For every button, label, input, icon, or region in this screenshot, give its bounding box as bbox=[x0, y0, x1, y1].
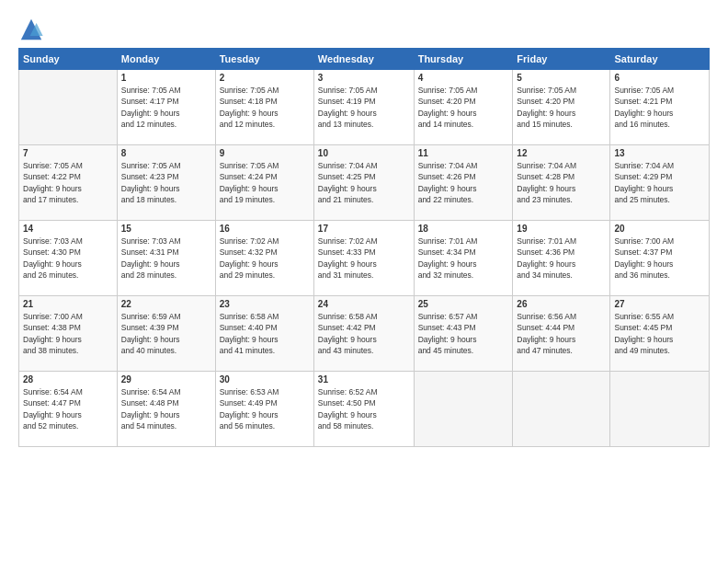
day-info: Sunrise: 7:01 AM Sunset: 4:36 PM Dayligh… bbox=[517, 236, 606, 281]
day-info: Sunrise: 6:57 AM Sunset: 4:43 PM Dayligh… bbox=[418, 311, 509, 356]
day-info: Sunrise: 7:03 AM Sunset: 4:31 PM Dayligh… bbox=[121, 236, 211, 281]
day-cell: 26Sunrise: 6:56 AM Sunset: 4:44 PM Dayli… bbox=[513, 296, 610, 372]
day-cell: 15Sunrise: 7:03 AM Sunset: 4:31 PM Dayli… bbox=[117, 221, 215, 296]
week-row-4: 21Sunrise: 7:00 AM Sunset: 4:38 PM Dayli… bbox=[19, 296, 710, 372]
day-info: Sunrise: 7:01 AM Sunset: 4:34 PM Dayligh… bbox=[418, 236, 509, 281]
day-number: 30 bbox=[220, 374, 310, 385]
day-number: 10 bbox=[318, 148, 410, 158]
day-number: 25 bbox=[418, 299, 509, 309]
day-info: Sunrise: 6:53 AM Sunset: 4:49 PM Dayligh… bbox=[220, 386, 310, 431]
day-number: 14 bbox=[23, 224, 113, 234]
day-cell: 31Sunrise: 6:52 AM Sunset: 4:50 PM Dayli… bbox=[313, 372, 414, 447]
logo bbox=[18, 17, 48, 42]
day-number: 2 bbox=[220, 73, 310, 83]
day-cell: 19Sunrise: 7:01 AM Sunset: 4:36 PM Dayli… bbox=[513, 221, 610, 296]
header-cell-tuesday: Tuesday bbox=[215, 49, 313, 70]
day-cell: 25Sunrise: 6:57 AM Sunset: 4:43 PM Dayli… bbox=[414, 296, 513, 372]
day-info: Sunrise: 7:04 AM Sunset: 4:26 PM Dayligh… bbox=[418, 160, 509, 205]
day-info: Sunrise: 6:56 AM Sunset: 4:44 PM Dayligh… bbox=[517, 311, 606, 356]
day-info: Sunrise: 6:55 AM Sunset: 4:45 PM Dayligh… bbox=[614, 311, 705, 356]
day-info: Sunrise: 7:05 AM Sunset: 4:20 PM Dayligh… bbox=[517, 85, 606, 130]
day-cell: 2Sunrise: 7:05 AM Sunset: 4:18 PM Daylig… bbox=[215, 70, 313, 145]
day-cell: 8Sunrise: 7:05 AM Sunset: 4:23 PM Daylig… bbox=[117, 145, 215, 221]
week-row-3: 14Sunrise: 7:03 AM Sunset: 4:30 PM Dayli… bbox=[19, 221, 710, 296]
day-cell: 17Sunrise: 7:02 AM Sunset: 4:33 PM Dayli… bbox=[313, 221, 414, 296]
day-info: Sunrise: 6:59 AM Sunset: 4:39 PM Dayligh… bbox=[121, 311, 211, 356]
day-info: Sunrise: 7:05 AM Sunset: 4:23 PM Dayligh… bbox=[121, 160, 211, 205]
day-number: 18 bbox=[418, 224, 509, 234]
header-cell-wednesday: Wednesday bbox=[313, 49, 414, 70]
day-number: 31 bbox=[318, 374, 410, 385]
day-number: 27 bbox=[614, 299, 705, 309]
header-row: SundayMondayTuesdayWednesdayThursdayFrid… bbox=[19, 49, 710, 70]
day-number: 20 bbox=[614, 224, 705, 234]
page: SundayMondayTuesdayWednesdayThursdayFrid… bbox=[0, 0, 728, 563]
day-info: Sunrise: 7:03 AM Sunset: 4:30 PM Dayligh… bbox=[23, 236, 113, 281]
day-info: Sunrise: 7:05 AM Sunset: 4:19 PM Dayligh… bbox=[318, 85, 410, 130]
day-info: Sunrise: 7:00 AM Sunset: 4:37 PM Dayligh… bbox=[614, 236, 705, 281]
week-row-5: 28Sunrise: 6:54 AM Sunset: 4:47 PM Dayli… bbox=[19, 372, 710, 447]
day-info: Sunrise: 7:02 AM Sunset: 4:32 PM Dayligh… bbox=[220, 236, 310, 281]
day-cell bbox=[610, 372, 710, 447]
day-cell: 28Sunrise: 6:54 AM Sunset: 4:47 PM Dayli… bbox=[19, 372, 118, 447]
day-info: Sunrise: 7:05 AM Sunset: 4:21 PM Dayligh… bbox=[614, 85, 705, 130]
week-row-1: 1Sunrise: 7:05 AM Sunset: 4:17 PM Daylig… bbox=[19, 70, 710, 145]
day-cell: 11Sunrise: 7:04 AM Sunset: 4:26 PM Dayli… bbox=[414, 145, 513, 221]
day-info: Sunrise: 7:04 AM Sunset: 4:28 PM Dayligh… bbox=[517, 160, 606, 205]
day-number: 28 bbox=[23, 374, 113, 385]
day-info: Sunrise: 7:05 AM Sunset: 4:17 PM Dayligh… bbox=[121, 85, 211, 130]
day-info: Sunrise: 6:54 AM Sunset: 4:48 PM Dayligh… bbox=[121, 386, 211, 431]
day-info: Sunrise: 6:54 AM Sunset: 4:47 PM Dayligh… bbox=[23, 386, 113, 431]
day-cell: 29Sunrise: 6:54 AM Sunset: 4:48 PM Dayli… bbox=[117, 372, 215, 447]
day-number: 19 bbox=[517, 224, 606, 234]
header-cell-monday: Monday bbox=[117, 49, 215, 70]
day-cell: 16Sunrise: 7:02 AM Sunset: 4:32 PM Dayli… bbox=[215, 221, 313, 296]
day-cell: 1Sunrise: 7:05 AM Sunset: 4:17 PM Daylig… bbox=[117, 70, 215, 145]
day-number: 4 bbox=[418, 73, 509, 83]
day-cell: 20Sunrise: 7:00 AM Sunset: 4:37 PM Dayli… bbox=[610, 221, 710, 296]
day-cell: 6Sunrise: 7:05 AM Sunset: 4:21 PM Daylig… bbox=[610, 70, 710, 145]
header-cell-sunday: Sunday bbox=[19, 49, 118, 70]
day-info: Sunrise: 6:52 AM Sunset: 4:50 PM Dayligh… bbox=[318, 386, 410, 431]
day-number: 7 bbox=[23, 148, 113, 158]
day-cell: 24Sunrise: 6:58 AM Sunset: 4:42 PM Dayli… bbox=[313, 296, 414, 372]
day-number: 13 bbox=[614, 148, 705, 158]
week-row-2: 7Sunrise: 7:05 AM Sunset: 4:22 PM Daylig… bbox=[19, 145, 710, 221]
day-cell bbox=[19, 70, 118, 145]
day-info: Sunrise: 6:58 AM Sunset: 4:40 PM Dayligh… bbox=[220, 311, 310, 356]
day-info: Sunrise: 7:00 AM Sunset: 4:38 PM Dayligh… bbox=[23, 311, 113, 356]
day-info: Sunrise: 7:05 AM Sunset: 4:24 PM Dayligh… bbox=[220, 160, 310, 205]
day-cell bbox=[414, 372, 513, 447]
day-info: Sunrise: 7:04 AM Sunset: 4:25 PM Dayligh… bbox=[318, 160, 410, 205]
day-cell: 12Sunrise: 7:04 AM Sunset: 4:28 PM Dayli… bbox=[513, 145, 610, 221]
day-number: 6 bbox=[614, 73, 705, 83]
day-number: 21 bbox=[23, 299, 113, 309]
day-info: Sunrise: 7:05 AM Sunset: 4:18 PM Dayligh… bbox=[220, 85, 310, 130]
day-number: 16 bbox=[220, 224, 310, 234]
day-number: 11 bbox=[418, 148, 509, 158]
day-number: 1 bbox=[121, 73, 211, 83]
logo-icon bbox=[18, 17, 44, 42]
header-cell-friday: Friday bbox=[513, 49, 610, 70]
day-number: 29 bbox=[121, 374, 211, 385]
day-cell bbox=[513, 372, 610, 447]
day-number: 26 bbox=[517, 299, 606, 309]
day-number: 22 bbox=[121, 299, 211, 309]
day-cell: 7Sunrise: 7:05 AM Sunset: 4:22 PM Daylig… bbox=[19, 145, 118, 221]
day-cell: 30Sunrise: 6:53 AM Sunset: 4:49 PM Dayli… bbox=[215, 372, 313, 447]
day-cell: 27Sunrise: 6:55 AM Sunset: 4:45 PM Dayli… bbox=[610, 296, 710, 372]
day-cell: 3Sunrise: 7:05 AM Sunset: 4:19 PM Daylig… bbox=[313, 70, 414, 145]
calendar-table: SundayMondayTuesdayWednesdayThursdayFrid… bbox=[18, 48, 710, 447]
day-cell: 4Sunrise: 7:05 AM Sunset: 4:20 PM Daylig… bbox=[414, 70, 513, 145]
day-number: 5 bbox=[517, 73, 606, 83]
day-info: Sunrise: 7:04 AM Sunset: 4:29 PM Dayligh… bbox=[614, 160, 705, 205]
day-cell: 14Sunrise: 7:03 AM Sunset: 4:30 PM Dayli… bbox=[19, 221, 118, 296]
day-cell: 22Sunrise: 6:59 AM Sunset: 4:39 PM Dayli… bbox=[117, 296, 215, 372]
day-info: Sunrise: 7:05 AM Sunset: 4:20 PM Dayligh… bbox=[418, 85, 509, 130]
day-info: Sunrise: 7:05 AM Sunset: 4:22 PM Dayligh… bbox=[23, 160, 113, 205]
day-cell: 13Sunrise: 7:04 AM Sunset: 4:29 PM Dayli… bbox=[610, 145, 710, 221]
day-cell: 18Sunrise: 7:01 AM Sunset: 4:34 PM Dayli… bbox=[414, 221, 513, 296]
day-number: 17 bbox=[318, 224, 410, 234]
day-cell: 5Sunrise: 7:05 AM Sunset: 4:20 PM Daylig… bbox=[513, 70, 610, 145]
day-number: 9 bbox=[220, 148, 310, 158]
